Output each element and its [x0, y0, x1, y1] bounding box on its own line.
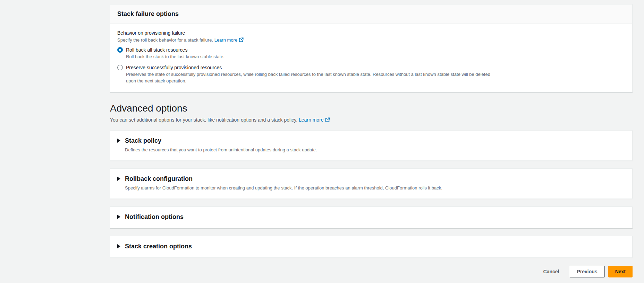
- card-header: Stack failure options: [110, 5, 632, 24]
- advanced-options-description: You can set additional options for your …: [110, 117, 633, 123]
- radio-option-rollback-all[interactable]: Roll back all stack resources Roll back …: [117, 47, 625, 60]
- field-description: Specify the roll back behavior for a sta…: [117, 37, 625, 43]
- radio-option-preserve-resources[interactable]: Preserve successfully provisioned resour…: [117, 65, 625, 85]
- section-description: Defines the resources that you want to p…: [125, 147, 625, 153]
- stack-failure-options-card: Stack failure options Behavior on provis…: [110, 4, 633, 92]
- section-title: Notification options: [125, 213, 184, 221]
- external-link-icon: [239, 37, 244, 42]
- radio-label: Roll back all stack resources: [126, 47, 187, 53]
- field-label: Behavior on provisioning failure: [117, 30, 625, 36]
- notification-options-section: Notification options: [110, 206, 633, 228]
- rollback-configuration-section: Rollback configuration Specify alarms fo…: [110, 168, 633, 199]
- stack-policy-section: Stack policy Defines the resources that …: [110, 130, 633, 161]
- radio-label: Preserve successfully provisioned resour…: [126, 65, 222, 70]
- learn-more-link[interactable]: Learn more: [214, 37, 244, 43]
- caret-right-icon: [117, 244, 120, 248]
- advanced-options-heading: Advanced options: [110, 103, 633, 114]
- card-body: Behavior on provisioning failure Specify…: [110, 24, 632, 92]
- next-button[interactable]: Next: [608, 266, 633, 277]
- wizard-content: Stack failure options Behavior on provis…: [110, 0, 633, 283]
- notification-options-expander[interactable]: Notification options: [117, 213, 625, 221]
- section-title: Stack policy: [125, 137, 161, 144]
- section-description: Specify alarms for CloudFormation to mon…: [125, 185, 625, 191]
- rollback-configuration-expander[interactable]: Rollback configuration: [117, 175, 625, 183]
- learn-more-link[interactable]: Learn more: [299, 117, 330, 123]
- stack-policy-expander[interactable]: Stack policy: [117, 137, 625, 144]
- caret-right-icon: [117, 177, 120, 181]
- previous-button[interactable]: Previous: [570, 266, 605, 277]
- caret-right-icon: [117, 139, 120, 143]
- caret-right-icon: [117, 215, 120, 219]
- stack-creation-options-expander[interactable]: Stack creation options: [117, 243, 625, 250]
- stack-creation-options-section: Stack creation options: [110, 236, 633, 258]
- cancel-button[interactable]: Cancel: [543, 266, 559, 277]
- section-title: Rollback configuration: [125, 175, 193, 183]
- radio-description: Preserves the state of successfully prov…: [126, 71, 501, 85]
- card-title: Stack failure options: [117, 10, 625, 18]
- radio-icon-unselected[interactable]: [117, 65, 123, 70]
- radio-description: Roll back the stack to the last known st…: [126, 54, 501, 60]
- radio-icon-selected[interactable]: [117, 47, 123, 53]
- external-link-icon: [325, 117, 330, 122]
- section-title: Stack creation options: [125, 243, 192, 250]
- wizard-actions: Cancel Previous Next: [110, 266, 633, 283]
